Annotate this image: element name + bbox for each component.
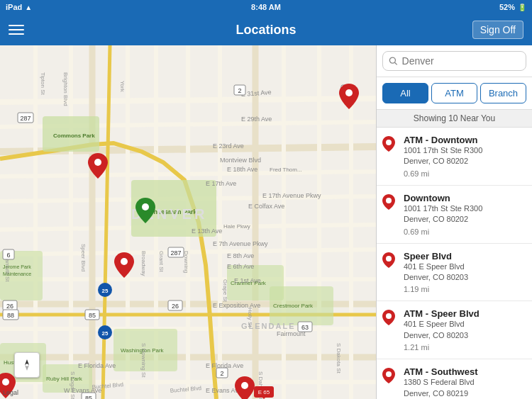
sidebar: All ATM Branch Showing 10 Near You ATM -… xyxy=(376,45,532,399)
svg-text:287: 287 xyxy=(170,249,181,257)
svg-text:Fred Thom...: Fred Thom... xyxy=(270,167,302,173)
svg-point-122 xyxy=(386,140,392,145)
location-name: ATM - Southwest xyxy=(404,366,526,377)
svg-point-124 xyxy=(386,256,392,262)
search-bar xyxy=(377,45,532,77)
svg-marker-118 xyxy=(25,359,29,365)
svg-point-114 xyxy=(241,382,248,389)
svg-text:26: 26 xyxy=(172,303,179,310)
filter-all-button[interactable]: All xyxy=(382,83,428,103)
search-icon xyxy=(389,56,398,66)
location-pin-icon xyxy=(382,310,398,328)
svg-text:Holly St: Holly St xyxy=(247,308,253,327)
location-distance: 0.69 mi xyxy=(404,169,526,178)
svg-text:2: 2 xyxy=(220,370,223,377)
svg-text:Brighton Blvd: Brighton Blvd xyxy=(62,72,69,106)
svg-point-113 xyxy=(2,378,9,386)
location-pin-icon xyxy=(382,368,398,386)
svg-text:E 13th Ave: E 13th Ave xyxy=(192,227,222,235)
svg-text:2: 2 xyxy=(238,87,241,94)
svg-point-110 xyxy=(94,159,101,166)
svg-text:6: 6 xyxy=(6,252,10,259)
svg-line-121 xyxy=(395,62,397,64)
svg-text:Tipton St: Tipton St xyxy=(40,72,46,95)
svg-text:287: 287 xyxy=(20,115,31,122)
location-pin-icon xyxy=(382,252,398,271)
svg-point-123 xyxy=(386,198,392,203)
svg-text:E 6th Ave: E 6th Ave xyxy=(227,263,254,270)
location-name: Downtown xyxy=(404,193,526,203)
svg-point-120 xyxy=(389,57,395,63)
svg-point-117 xyxy=(345,89,353,96)
svg-text:S Downing St: S Downing St xyxy=(140,343,147,378)
location-name: ATM - Downtown xyxy=(404,135,526,145)
svg-text:85: 85 xyxy=(89,312,96,319)
list-item[interactable]: ATM - Southwest 1380 S Federal BlvdDenve… xyxy=(377,359,532,399)
svg-text:Speer Blvd: Speer Blvd xyxy=(80,244,87,271)
svg-text:85: 85 xyxy=(85,395,92,399)
app-header: Locations Sign Off xyxy=(0,14,532,45)
svg-text:Crestmoor Park: Crestmoor Park xyxy=(273,303,314,309)
location-address: 401 E Speer BlvdDenver, CO 80203 xyxy=(404,262,526,283)
svg-text:E 18th Ave: E 18th Ave xyxy=(227,166,257,173)
main-content: Commons Park Cheesman Park Jerome Park M… xyxy=(0,45,532,399)
location-address: 1001 17th St Ste R300Denver, CO 80202 xyxy=(404,145,526,167)
svg-text:E 29th Ave: E 29th Ave xyxy=(241,116,272,123)
location-address: 1380 S Federal BlvdDenver, CO 80219 xyxy=(404,377,526,399)
svg-text:25: 25 xyxy=(102,288,109,294)
menu-button[interactable] xyxy=(9,25,24,35)
location-address: 401 E Speer BlvdDenver, CO 80203 xyxy=(404,319,526,341)
list-item[interactable]: ATM - Speer Blvd 401 E Speer BlvdDenver,… xyxy=(377,301,532,359)
showing-label: Showing 10 Near You xyxy=(377,110,532,128)
svg-text:S Logan St: S Logan St xyxy=(70,371,76,399)
location-address: 1001 17th St Ste R300Denver, CO 80202 xyxy=(404,203,526,225)
svg-text:E 7th Avenue Pkwy: E 7th Avenue Pkwy xyxy=(213,240,268,247)
list-item[interactable]: ATM - Downtown 1001 17th St Ste R300Denv… xyxy=(377,128,532,186)
battery-label: 52% xyxy=(499,3,515,11)
svg-text:26: 26 xyxy=(6,303,13,310)
search-input-wrap xyxy=(382,51,526,71)
svg-text:E 65: E 65 xyxy=(258,389,270,395)
compass-button[interactable] xyxy=(14,352,40,378)
location-info: Speer Blvd 401 E Speer BlvdDenver, CO 80… xyxy=(404,251,526,294)
svg-text:Grant St: Grant St xyxy=(158,251,165,273)
wifi-icon: ▲ xyxy=(25,4,32,11)
svg-point-111 xyxy=(142,203,149,210)
svg-text:Commons Park: Commons Park xyxy=(53,133,95,139)
svg-text:Montview Blvd: Montview Blvd xyxy=(220,157,261,164)
location-info: ATM - Downtown 1001 17th St Ste R300Denv… xyxy=(404,135,526,178)
svg-text:York: York xyxy=(119,81,126,93)
location-info: ATM - Southwest 1380 S Federal BlvdDenve… xyxy=(404,366,526,399)
svg-text:E Colfax Ave: E Colfax Ave xyxy=(248,203,284,210)
location-pin-icon xyxy=(382,136,398,154)
page-title: Locations xyxy=(235,23,296,38)
location-pin-icon xyxy=(382,194,398,213)
search-input[interactable] xyxy=(402,55,520,67)
filter-atm-button[interactable]: ATM xyxy=(431,83,477,103)
svg-point-126 xyxy=(386,371,392,377)
filter-branch-button[interactable]: Branch xyxy=(480,83,526,103)
svg-point-125 xyxy=(386,313,392,319)
svg-text:63: 63 xyxy=(301,324,309,331)
filter-buttons: All ATM Branch xyxy=(377,77,532,110)
location-list[interactable]: ATM - Downtown 1001 17th St Ste R300Denv… xyxy=(377,128,532,399)
sign-off-button[interactable]: Sign Off xyxy=(472,21,523,39)
svg-text:Grape St: Grape St xyxy=(222,279,228,303)
map-area[interactable]: Commons Park Cheesman Park Jerome Park M… xyxy=(0,45,376,399)
list-item[interactable]: Speer Blvd 401 E Speer BlvdDenver, CO 80… xyxy=(377,244,532,302)
location-distance: 1.19 mi xyxy=(404,285,526,293)
svg-text:Hale Pkwy: Hale Pkwy xyxy=(223,223,250,230)
svg-text:E 17th Avenue Pkwy: E 17th Avenue Pkwy xyxy=(262,192,321,199)
svg-text:E Florida Ave: E Florida Ave xyxy=(78,362,116,369)
status-bar: iPad ▲ 8:48 AM 52% 🔋 xyxy=(0,0,532,14)
svg-text:E 17th Ave: E 17th Ave xyxy=(206,180,236,187)
svg-text:Ruby Hill Park: Ruby Hill Park xyxy=(46,376,83,382)
svg-point-112 xyxy=(121,258,128,265)
legal-text: Legal xyxy=(3,389,18,396)
svg-text:Broadway: Broadway xyxy=(140,251,147,276)
svg-text:25: 25 xyxy=(102,330,109,337)
svg-text:E 8th Ave: E 8th Ave xyxy=(227,252,254,259)
svg-marker-119 xyxy=(25,365,29,371)
list-item[interactable]: Downtown 1001 17th St Ste R300Denver, CO… xyxy=(377,186,532,244)
location-distance: 0.69 mi xyxy=(404,227,526,236)
